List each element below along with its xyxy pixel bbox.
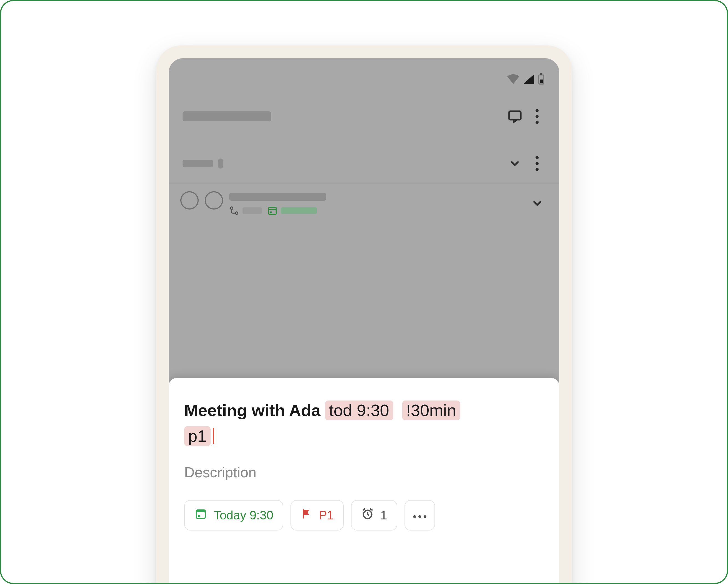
svg-point-11 (236, 212, 238, 215)
task-body (229, 191, 326, 216)
task-checkbox[interactable] (205, 191, 223, 210)
cellular-icon (523, 74, 534, 84)
example-card: Meeting with Ada tod 9:30 !30minp1 Descr… (0, 0, 728, 584)
date-chip[interactable]: Today 9:30 (184, 500, 283, 530)
section-count-skeleton (218, 159, 223, 169)
phone-frame: Meeting with Ada tod 9:30 !30minp1 Descr… (156, 46, 572, 584)
subtasks-meta (229, 206, 262, 216)
battery-icon (538, 74, 544, 85)
svg-rect-17 (198, 515, 200, 517)
project-header (169, 100, 559, 144)
alarm-icon (361, 507, 374, 523)
meta-skeleton (242, 207, 262, 214)
task-row[interactable] (169, 184, 559, 221)
svg-point-5 (536, 115, 539, 118)
date-chip-label: Today 9:30 (214, 508, 273, 522)
chevron-down-icon[interactable] (504, 152, 526, 175)
svg-point-20 (418, 515, 421, 518)
reminder-chip[interactable]: 1 (351, 500, 397, 530)
project-title-skeleton (183, 111, 271, 121)
svg-point-6 (536, 120, 539, 123)
more-vertical-icon[interactable] (526, 152, 548, 175)
priority-chip[interactable]: P1 (290, 500, 344, 530)
svg-point-4 (536, 109, 539, 112)
flag-icon (301, 508, 313, 523)
svg-point-8 (536, 162, 539, 165)
text-cursor (213, 428, 214, 444)
svg-point-19 (413, 515, 416, 518)
phone-screen: Meeting with Ada tod 9:30 !30minp1 Descr… (169, 58, 559, 584)
section-row (169, 144, 559, 183)
more-horizontal-icon (413, 508, 427, 522)
svg-rect-2 (540, 80, 543, 83)
chip-row: Today 9:30 P1 1 (184, 500, 544, 530)
status-bar (169, 58, 559, 100)
duration-highlight: !30min (402, 400, 460, 420)
svg-rect-3 (509, 111, 521, 119)
priority-chip-label: P1 (319, 508, 334, 522)
comments-icon[interactable] (504, 105, 526, 128)
svg-point-7 (536, 156, 539, 159)
svg-point-21 (423, 515, 426, 518)
more-chip[interactable] (405, 500, 435, 530)
svg-point-10 (231, 207, 233, 210)
wifi-icon (507, 74, 519, 84)
chevron-down-icon[interactable] (526, 192, 548, 215)
date-highlight: tod 9:30 (325, 400, 393, 420)
more-vertical-icon[interactable] (526, 105, 548, 128)
task-checkbox[interactable] (180, 191, 199, 210)
quick-add-sheet: Meeting with Ada tod 9:30 !30minp1 Descr… (169, 378, 559, 584)
divider (169, 183, 559, 184)
task-name-text: Meeting with Ada (184, 401, 325, 420)
svg-point-9 (536, 168, 539, 171)
svg-rect-14 (270, 212, 272, 213)
meta-skeleton (281, 207, 317, 214)
date-meta (267, 206, 317, 216)
task-title-skeleton (229, 193, 326, 201)
calendar-icon (194, 507, 208, 523)
svg-rect-12 (269, 207, 276, 215)
priority-highlight: p1 (184, 426, 211, 446)
description-input[interactable]: Description (184, 464, 544, 481)
task-name-input[interactable]: Meeting with Ada tod 9:30 !30minp1 (184, 397, 544, 449)
section-label-skeleton (183, 160, 213, 167)
reminder-chip-label: 1 (380, 508, 387, 522)
